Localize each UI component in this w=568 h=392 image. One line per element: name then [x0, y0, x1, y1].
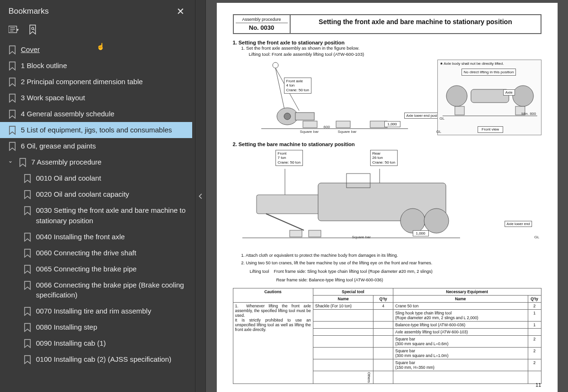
- th-qty1: Q'ty: [373, 295, 393, 302]
- svg-point-6: [273, 62, 278, 68]
- bookmark-icon: [24, 190, 31, 200]
- note-lt2: Rear frame side: Balance-type lifting to…: [276, 278, 541, 282]
- special-name: [313, 347, 373, 359]
- bookmark-label: 0065 Connecting the brake pipe: [36, 264, 187, 274]
- bookmark-item[interactable]: 0080 Installing step: [0, 319, 192, 335]
- document-viewport[interactable]: Assembly procedure No. 0030 Setting the …: [206, 0, 568, 392]
- bookmark-item[interactable]: 0010 Oil and coolant: [0, 170, 192, 186]
- sidebar-title: Bookmarks: [9, 7, 49, 16]
- sec1-dim600: 600: [324, 125, 330, 129]
- sec1-axle-label: Axle: [503, 89, 515, 96]
- bookmark-item[interactable]: 5 List of equipment, jigs, tools and con…: [0, 122, 192, 138]
- equip-name: Square bar (150 mm, H=350 mm): [393, 359, 528, 371]
- bookmark-icon: [24, 206, 31, 216]
- sec1-line1: 1. Set the front axle assembly as shown …: [241, 45, 541, 52]
- bookmark-item[interactable]: 6 Oil, grease and paints: [0, 138, 192, 154]
- outline-options-icon[interactable]: ▾: [9, 25, 19, 35]
- bookmark-label: 1 Block outline: [21, 61, 187, 71]
- equip-qty: 2: [528, 335, 541, 347]
- close-icon[interactable]: ✕: [173, 4, 188, 19]
- svg-rect-12: [303, 121, 317, 128]
- bookmark-item[interactable]: 0030 Setting the front axle and bare mac…: [0, 202, 192, 229]
- bookmark-icon: [24, 249, 31, 258]
- bookmark-item[interactable]: Cover: [0, 42, 192, 58]
- bookmark-label: 5 List of equipment, jigs, tools and con…: [21, 125, 187, 135]
- bookmark-item[interactable]: 0070 Installing tire and rim assembly: [0, 303, 192, 319]
- bookmark-item[interactable]: 4 General assembly schedule: [0, 106, 192, 122]
- sec1-side-figure: [233, 60, 431, 135]
- svg-rect-11: [295, 113, 314, 120]
- bookmark-item[interactable]: 3 Work space layout: [0, 90, 192, 106]
- bookmark-item[interactable]: 0090 Installing cab (1): [0, 335, 192, 351]
- pdf-page: Assembly procedure No. 0030 Setting the …: [217, 3, 558, 392]
- bookmark-item[interactable]: 0065 Connecting the brake pipe: [0, 261, 192, 277]
- bookmark-item[interactable]: 2 Principal component dimension table: [0, 74, 192, 90]
- svg-line-29: [266, 214, 304, 230]
- special-qty: [373, 309, 393, 321]
- bookmark-item[interactable]: 0040 Installing the front axle: [0, 229, 192, 245]
- bookmark-item[interactable]: 0100 Installing cab (2) (AJSS specificat…: [0, 351, 192, 367]
- bookmark-item[interactable]: 0066 Connecting the brake pipe (Brake co…: [0, 277, 192, 304]
- special-name: [313, 359, 373, 371]
- caution-cell: 1. Whenever lifting the front axle assem…: [233, 302, 313, 384]
- equip-qty: 2: [528, 347, 541, 359]
- equip-name: Sling hook type chain lifting tool (Rope…: [393, 309, 528, 321]
- bookmark-icon: [9, 78, 16, 87]
- sec1-min800: Min. 800: [522, 112, 536, 116]
- bookmark-item[interactable]: 0060 Connecting the drive shaft: [0, 245, 192, 261]
- equip-qty: 2: [528, 359, 541, 371]
- page-number: 11: [535, 382, 541, 388]
- bookmark-item[interactable]: ⌄7 Assembly procedure: [0, 154, 192, 170]
- bookmarks-list[interactable]: ☝ Cover1 Block outline2 Principal compon…: [0, 41, 195, 392]
- bookmark-label: 0070 Installing tire and rim assembly: [36, 306, 187, 316]
- bookmark-item[interactable]: 1 Block outline: [0, 58, 192, 74]
- equip-name: Square bar (300 mm square and L=0.6m): [393, 335, 528, 347]
- bookmark-icon: [19, 158, 27, 167]
- bookmark-icon: [9, 45, 16, 55]
- header-no: No. 0030: [236, 23, 288, 31]
- sec1-gl-front: GL: [440, 116, 445, 121]
- bookmark-icon: [24, 323, 31, 332]
- bookmark-label: 3 Work space layout: [21, 93, 187, 103]
- sec1-dim1000: 1,000: [384, 121, 400, 128]
- special-name: [313, 328, 373, 335]
- note-lt1: Front frame side: Sling hook type chain …: [274, 269, 433, 274]
- equip-name: Square bar (300 mm square and L=1.0m): [393, 347, 528, 359]
- bookmark-label: 0080 Installing step: [36, 322, 187, 332]
- collapse-handle[interactable]: [195, 0, 206, 392]
- svg-rect-19: [455, 106, 464, 115]
- th-name1: Name: [313, 295, 373, 302]
- bookmark-icon: [9, 142, 16, 151]
- special-name: [313, 309, 373, 321]
- table-row: 1. Whenever lifting the front axle assem…: [233, 302, 541, 309]
- equip-qty: 1: [528, 309, 541, 321]
- equip-name: Crane 50 ton: [393, 302, 528, 309]
- bookmark-icon: [24, 174, 31, 183]
- svg-point-26: [400, 209, 425, 233]
- bookmark-item[interactable]: 0020 Oil and coolant capacity: [0, 186, 192, 202]
- svg-rect-13: [336, 121, 350, 128]
- equip-name: Balance-type lifting tool (ATW-600-036): [393, 321, 528, 328]
- header-ap-label: Assembly procedure: [236, 17, 288, 22]
- chevron-down-icon[interactable]: ⌄: [7, 157, 14, 165]
- svg-line-5: [34, 29, 35, 30]
- sec1-line2: Lifting tool: Front axle assembly liftin…: [249, 52, 541, 58]
- sec2-title: 2. Setting the bare machine to stationar…: [233, 141, 541, 147]
- bookmark-label: 0060 Connecting the drive shaft: [36, 248, 187, 258]
- special-name: [313, 321, 373, 328]
- others-label: Others: [313, 371, 373, 384]
- find-bookmark-icon[interactable]: [27, 25, 38, 35]
- th-qty2: Q'ty: [528, 295, 541, 302]
- bottom-table: Cautions Special tool Necessary Equipmen…: [233, 288, 541, 384]
- bookmark-icon: [24, 307, 31, 316]
- bookmark-icon: [24, 339, 31, 348]
- special-qty: 4: [373, 302, 393, 309]
- svg-line-7: [275, 68, 285, 112]
- bookmark-label: 4 General assembly schedule: [21, 109, 187, 119]
- sec1-sqbar1: Square bar: [300, 130, 319, 134]
- page-header-box: Assembly procedure No. 0030 Setting the …: [233, 14, 541, 34]
- header-title: Setting the front axle and bare machine …: [291, 15, 541, 33]
- special-qty: [373, 335, 393, 347]
- bookmark-icon: [24, 265, 31, 274]
- bookmark-icon: [24, 355, 31, 365]
